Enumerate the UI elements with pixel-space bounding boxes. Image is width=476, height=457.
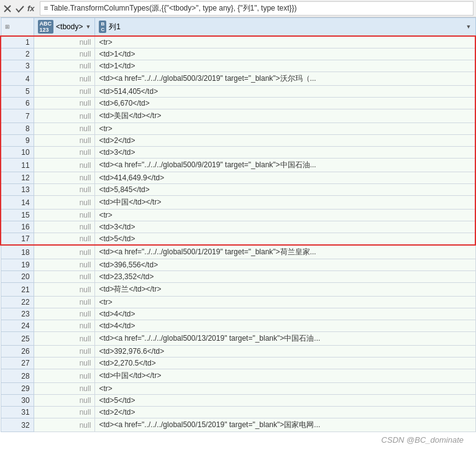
- col-type-badge-lie1: BC: [99, 21, 106, 33]
- fx-label: fx: [27, 4, 35, 13]
- column-header-tbody[interactable]: ABC123 <tbody> ▼: [34, 18, 95, 37]
- row-number-cell: 27: [1, 358, 34, 369]
- value-cell: <td>392,976.6</td>: [95, 346, 475, 358]
- null-value-cell: null: [34, 369, 95, 383]
- null-value-cell: null: [34, 72, 95, 86]
- col-dropdown-lie1[interactable]: ▼: [466, 24, 472, 30]
- table-row[interactable]: 17null<td>5</td>: [1, 233, 475, 246]
- value-cell: <td>2,270.5</td>: [95, 358, 475, 369]
- table-row[interactable]: 3null<td>1</td>: [1, 60, 475, 72]
- value-cell: <td><a href="../../../global500/1/2019" …: [95, 245, 475, 259]
- value-cell: <td>中国</td></tr>: [95, 369, 475, 383]
- table-row[interactable]: 2null<td>1</td>: [1, 48, 475, 60]
- check-icon[interactable]: [15, 4, 25, 14]
- table-row[interactable]: 18null<td><a href="../../../global500/1/…: [1, 245, 475, 259]
- row-number-cell: 23: [1, 308, 34, 320]
- row-number-cell: 21: [1, 283, 34, 297]
- value-cell: <td>4</td>: [95, 308, 475, 320]
- table-row[interactable]: 27null<td>2,270.5</td>: [1, 358, 475, 369]
- value-cell: <td>3</td>: [95, 147, 475, 159]
- table-row[interactable]: 4null<td><a href="../../../global500/3/2…: [1, 72, 475, 86]
- row-number-cell: 20: [1, 271, 34, 283]
- row-number-cell: 30: [1, 395, 34, 407]
- table-row[interactable]: 15null<tr>: [1, 210, 475, 221]
- null-value-cell: null: [34, 259, 95, 271]
- table-row[interactable]: 19null<td>396,556</td>: [1, 259, 475, 271]
- null-value-cell: null: [34, 184, 95, 196]
- null-value-cell: null: [34, 221, 95, 233]
- row-number-cell: 3: [1, 60, 34, 72]
- table-row[interactable]: 31null<td>2</td>: [1, 407, 475, 418]
- value-cell: <tr>: [95, 383, 475, 395]
- null-value-cell: null: [34, 332, 95, 346]
- value-cell: <td>美国</td></tr>: [95, 109, 475, 123]
- table-row[interactable]: 32null<td><a href="../../../global500/15…: [1, 418, 475, 432]
- value-cell: <td><a href="../../../global500/9/2019" …: [95, 159, 475, 172]
- null-value-cell: null: [34, 109, 95, 123]
- row-number-cell: 24: [1, 320, 34, 332]
- row-number-cell: 12: [1, 172, 34, 184]
- row-number-cell: 18: [1, 245, 34, 259]
- column-header-lie1[interactable]: BC 列1 ▼: [95, 18, 475, 37]
- table-row[interactable]: 10null<td>3</td>: [1, 147, 475, 159]
- table-row[interactable]: 24null<td>4</td>: [1, 320, 475, 332]
- close-icon[interactable]: [2, 4, 12, 14]
- table-row[interactable]: 25null<td><a href="../../../global500/13…: [1, 332, 475, 346]
- table-row[interactable]: 5null<td>514,405</td>: [1, 86, 475, 98]
- col-label-lie1: 列1: [109, 22, 121, 32]
- table-row[interactable]: 9null<td>2</td>: [1, 135, 475, 147]
- row-number-cell: 1: [1, 36, 34, 48]
- table-row[interactable]: 26null<td>392,976.6</td>: [1, 346, 475, 358]
- null-value-cell: null: [34, 358, 95, 369]
- row-number-cell: 32: [1, 418, 34, 432]
- watermark: CSDN @BC_dominate: [382, 435, 464, 445]
- null-value-cell: null: [34, 123, 95, 135]
- row-number-cell: 17: [1, 233, 34, 246]
- table-row[interactable]: 8null<tr>: [1, 123, 475, 135]
- table-row[interactable]: 11null<td><a href="../../../global500/9/…: [1, 159, 475, 172]
- table-row[interactable]: 13null<td>5,845</td>: [1, 184, 475, 196]
- null-value-cell: null: [34, 98, 95, 109]
- value-cell: <td>5</td>: [95, 395, 475, 407]
- row-number-cell: 7: [1, 109, 34, 123]
- table-row[interactable]: 20null<td>23,352</td>: [1, 271, 475, 283]
- null-value-cell: null: [34, 48, 95, 60]
- table-row[interactable]: 29null<tr>: [1, 383, 475, 395]
- row-number-cell: 29: [1, 383, 34, 395]
- null-value-cell: null: [34, 159, 95, 172]
- table-row[interactable]: 7null<td>美国</td></tr>: [1, 109, 475, 123]
- table-row[interactable]: 1null<tr>: [1, 36, 475, 48]
- table-row[interactable]: 6null<td>6,670</td>: [1, 98, 475, 109]
- table-icon: ⊞: [5, 24, 10, 30]
- table-row[interactable]: 30null<td>5</td>: [1, 395, 475, 407]
- null-value-cell: null: [34, 383, 95, 395]
- column-header-row: ⊞ ABC123 <tbody> ▼ BC 列1 ▼: [1, 18, 475, 37]
- null-value-cell: null: [34, 395, 95, 407]
- col-dropdown-tbody[interactable]: ▼: [85, 24, 91, 30]
- value-cell: <tr>: [95, 210, 475, 221]
- value-cell: <td>2</td>: [95, 407, 475, 418]
- value-cell: <tr>: [95, 36, 475, 48]
- null-value-cell: null: [34, 210, 95, 221]
- table-row[interactable]: 16null<td>3</td>: [1, 221, 475, 233]
- table-row[interactable]: 21null<td>荷兰</td></tr>: [1, 283, 475, 297]
- formula-bar: fx = Table.TransformColumnTypes(源,{{"<tb…: [0, 0, 476, 17]
- row-number-cell: 9: [1, 135, 34, 147]
- data-table: ⊞ ABC123 <tbody> ▼ BC 列1 ▼: [0, 17, 476, 432]
- table-row[interactable]: 28null<td>中国</td></tr>: [1, 369, 475, 383]
- value-cell: <td>6,670</td>: [95, 98, 475, 109]
- col-label-tbody: <tbody>: [56, 22, 83, 31]
- row-number-cell: 5: [1, 86, 34, 98]
- table-row[interactable]: 22null<tr>: [1, 297, 475, 308]
- value-cell: <td><a href="../../../global500/3/2019" …: [95, 72, 475, 86]
- row-number-header: ⊞: [1, 18, 34, 37]
- null-value-cell: null: [34, 320, 95, 332]
- row-number-cell: 4: [1, 72, 34, 86]
- col-type-badge-tbody: ABC123: [38, 20, 54, 34]
- table-row[interactable]: 23null<td>4</td>: [1, 308, 475, 320]
- null-value-cell: null: [34, 172, 95, 184]
- data-table-container[interactable]: ⊞ ABC123 <tbody> ▼ BC 列1 ▼: [0, 17, 476, 457]
- table-row[interactable]: 12null<td>414,649.9</td>: [1, 172, 475, 184]
- formula-input[interactable]: = Table.TransformColumnTypes(源,{{"<tbody…: [40, 1, 474, 16]
- table-row[interactable]: 14null<td>中国</td></tr>: [1, 196, 475, 210]
